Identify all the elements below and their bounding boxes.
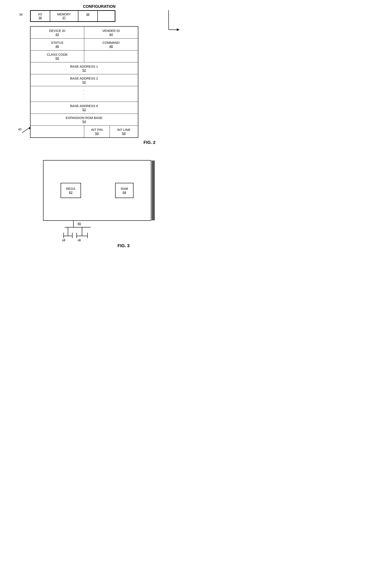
base-addr1-label: BASE ADDRESS 1 (34, 64, 134, 68)
command-cell: COMMAND 48 (84, 39, 138, 51)
base-addr6-label: BASE ADDRESS 6 (34, 104, 134, 108)
expansion-rom-cell: EXPANSION ROM BASE 54 (30, 114, 138, 126)
status-label: STATUS (34, 41, 81, 44)
fig3-connector-svg: 68 66 (30, 221, 138, 242)
base-addr2-num: 52 (34, 80, 134, 84)
int-blank (30, 126, 84, 138)
classcode-num: 50 (34, 56, 81, 60)
svg-marker-2 (177, 28, 180, 31)
memory-label: MEMORY (54, 12, 74, 16)
base-addr6-row: BASE ADDRESS 6 52 (30, 102, 138, 114)
int-pin-num: 56 (88, 132, 106, 135)
expansion-rom-row: EXPANSION ROM BASE 54 (30, 114, 138, 126)
base-addr1-row: BASE ADDRESS 1 52 (30, 63, 138, 74)
int-line-cell: INT LINE 58 (110, 126, 138, 138)
fig3-main-box: REGS 62 RAM 64 (43, 160, 151, 221)
ref38-num: 38 (82, 12, 94, 16)
classcode-cell: CLASS CODE 50 (30, 51, 84, 63)
base-addr1-cell: BASE ADDRESS 1 52 (30, 63, 138, 74)
regs-label: REGS (66, 187, 76, 190)
blank-top-cell (98, 10, 115, 21)
ref38-cell: 38 (78, 10, 98, 21)
expansion-rom-num: 54 (34, 120, 134, 123)
status-num: 46 (34, 44, 81, 48)
base-addr6-cell: BASE ADDRESS 6 52 (30, 102, 138, 114)
ref-34-label: 34 (19, 13, 23, 16)
device-id-num: 42 (34, 32, 81, 36)
svg-marker-4 (29, 127, 31, 129)
base-addr2-row: BASE ADDRESS 2 52 (30, 74, 138, 86)
classcode-label: CLASS CODE (34, 53, 81, 56)
fig3-label: FIG. 3 (118, 243, 130, 248)
dots-cell: ··· (30, 86, 138, 102)
vender-id-num: 44 (88, 32, 134, 36)
vender-id-cell: VENDER ID 44 (84, 26, 138, 39)
connector-svg (168, 10, 181, 36)
status-command-row: STATUS 46 COMMAND 48 (30, 39, 138, 51)
config-table: DEVICE ID 42 VENDER ID 44 STATUS 46 (30, 26, 138, 138)
svg-text:66: 66 (78, 239, 81, 242)
int-line-num: 58 (113, 132, 134, 135)
ref-40-area: 40 (18, 127, 22, 131)
device-vender-row: DEVICE ID 42 VENDER ID 44 (30, 26, 138, 39)
command-label: COMMAND (88, 41, 134, 44)
base-addr1-num: 52 (34, 68, 134, 72)
io-num: 36 (34, 16, 46, 20)
int-line-label: INT LINE (113, 128, 134, 132)
base-addr6-num: 52 (34, 108, 134, 111)
io-label: I/O (34, 12, 46, 16)
ref-40-arrow (22, 126, 33, 135)
ram-box: RAM 64 (115, 183, 134, 198)
device-id-cell: DEVICE ID 42 (30, 26, 84, 39)
ram-label: RAM (121, 187, 128, 190)
int-row: INT PIN 56 INT LINE 58 (30, 126, 138, 138)
command-num: 48 (88, 44, 134, 48)
memory-cell: MEMORY 37 (50, 10, 78, 21)
device-id-label: DEVICE ID (34, 29, 81, 32)
ref-40-label: 40 (18, 128, 22, 131)
memory-num: 37 (54, 16, 74, 20)
vender-id-label: VENDER ID (88, 29, 134, 32)
status-cell: STATUS 46 (30, 39, 84, 51)
io-cell: I/O 36 (30, 10, 50, 21)
regs-box: REGS 62 (60, 183, 81, 198)
classcode-blank (84, 51, 138, 63)
base-addr2-label: BASE ADDRESS 2 (34, 76, 134, 80)
int-pin-label: INT PIN (88, 128, 106, 132)
base-addr2-cell: BASE ADDRESS 2 52 (30, 74, 138, 86)
fig3-bottom-connectors: 60 (30, 221, 138, 242)
classcode-row: CLASS CODE 50 (30, 51, 138, 63)
regs-num: 62 (66, 190, 76, 194)
expansion-rom-label: EXPANSION ROM BASE (34, 116, 134, 120)
fig2-label: FIG. 2 (143, 140, 156, 145)
int-pin-cell: INT PIN 56 (84, 126, 110, 138)
ram-num: 64 (121, 190, 128, 194)
configuration-title: CONFIGURATION (30, 4, 169, 9)
dots-row: ··· (30, 86, 138, 102)
fig3-right-bar (152, 160, 155, 220)
